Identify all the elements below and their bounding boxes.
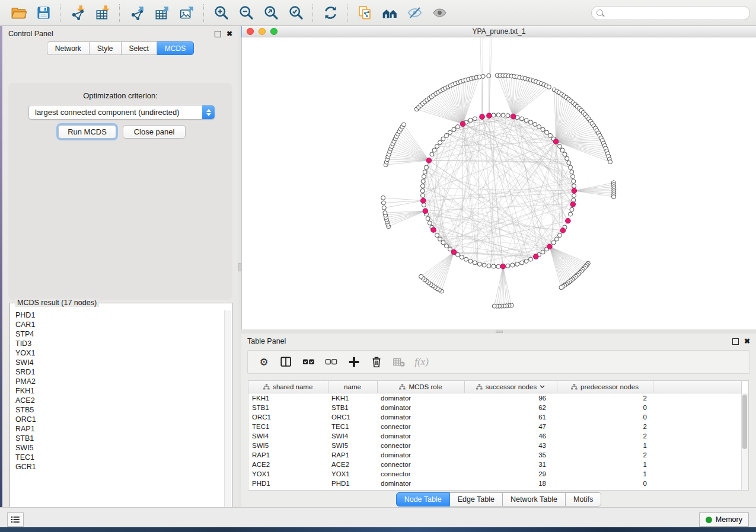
horizontal-splitter[interactable]: [241, 329, 756, 334]
mcds-result-item[interactable]: TID3: [11, 339, 224, 348]
mcds-hub-node[interactable]: [420, 198, 426, 203]
table-row[interactable]: ACE2ACE2connector311: [248, 460, 741, 469]
network-node[interactable]: [445, 244, 449, 248]
network-node[interactable]: [548, 133, 553, 137]
network-node[interactable]: [452, 127, 456, 132]
network-node[interactable]: [426, 217, 430, 221]
table-row[interactable]: ORC1ORC1dominator610: [248, 412, 741, 422]
network-node[interactable]: [545, 130, 549, 134]
zoom-out-button[interactable]: [234, 2, 259, 24]
network-node[interactable]: [428, 221, 432, 225]
column-header-shared-name[interactable]: shared name: [248, 381, 328, 393]
export-image-button[interactable]: [174, 2, 199, 24]
network-node[interactable]: [460, 255, 464, 259]
zoom-selected-button[interactable]: [283, 2, 308, 24]
network-node[interactable]: [524, 259, 528, 263]
first-neighbors-button[interactable]: [377, 2, 402, 24]
mcds-result-item[interactable]: FKH1: [11, 386, 224, 396]
table-row[interactable]: FKH1FKH1dominator962: [248, 393, 741, 403]
network-node[interactable]: [563, 152, 567, 156]
table-row[interactable]: TEC1TEC1connector472: [248, 422, 741, 431]
mcds-hub-node[interactable]: [451, 249, 457, 255]
mcds-result-item[interactable]: SWI4: [11, 358, 224, 367]
column-header-name[interactable]: name: [328, 381, 377, 393]
network-node[interactable]: [468, 118, 473, 123]
network-node[interactable]: [482, 263, 486, 267]
mcds-result-item[interactable]: PMA2: [11, 377, 224, 386]
hide-graphics-details-button[interactable]: [402, 2, 427, 24]
network-node[interactable]: [541, 127, 545, 132]
table-scrollbar[interactable]: [741, 393, 748, 490]
network-node[interactable]: [445, 133, 449, 137]
network-node[interactable]: [565, 156, 569, 161]
network-node[interactable]: [570, 170, 574, 174]
mcds-result-item[interactable]: YOX1: [11, 348, 224, 358]
network-node[interactable]: [570, 207, 574, 211]
network-node[interactable]: [537, 125, 541, 129]
network-node[interactable]: [420, 193, 425, 197]
mcds-hub-node[interactable]: [570, 202, 576, 207]
leaf-node[interactable]: [559, 286, 563, 290]
mcds-hub-node[interactable]: [511, 114, 516, 119]
network-node[interactable]: [421, 180, 425, 184]
mcds-hub-node[interactable]: [487, 113, 492, 118]
show-graphics-details-button[interactable]: [427, 2, 452, 24]
close-panel-button[interactable]: Close panel: [123, 125, 186, 139]
task-manager-button[interactable]: [7, 512, 24, 527]
network-node[interactable]: [557, 233, 562, 238]
column-header-MCDS-role[interactable]: MCDS role: [377, 381, 464, 393]
leaf-node[interactable]: [492, 304, 496, 308]
mcds-hub-node[interactable]: [500, 264, 506, 269]
network-node[interactable]: [422, 175, 426, 179]
network-node[interactable]: [438, 237, 442, 241]
open-session-button[interactable]: [6, 2, 31, 24]
network-node[interactable]: [496, 113, 500, 117]
mcds-hub-node[interactable]: [480, 114, 485, 120]
mcds-result-item[interactable]: ACE2: [11, 396, 224, 405]
minimize-window-icon[interactable]: [259, 28, 266, 35]
close-window-icon[interactable]: [247, 28, 254, 35]
network-node[interactable]: [477, 262, 481, 266]
table-row[interactable]: SWI5SWI5connector431: [248, 441, 741, 450]
table-row[interactable]: SWI4SWI4dominator462: [248, 431, 741, 441]
network-canvas[interactable]: [241, 37, 756, 329]
mcds-result-item[interactable]: SRD1: [11, 367, 224, 377]
mcds-hub-node[interactable]: [560, 228, 566, 233]
column-header-predecessor-nodes[interactable]: predecessor nodes: [557, 381, 653, 393]
leaf-node[interactable]: [547, 85, 551, 89]
network-node[interactable]: [506, 114, 510, 118]
network-node[interactable]: [557, 144, 562, 148]
network-node[interactable]: [520, 261, 524, 265]
leaf-node[interactable]: [481, 74, 485, 78]
close-panel-icon[interactable]: ✖: [227, 30, 232, 37]
network-node[interactable]: [554, 237, 559, 241]
table-row[interactable]: YOX1YOX1connector291: [248, 469, 741, 479]
network-node[interactable]: [511, 263, 515, 267]
search-input[interactable]: [591, 6, 750, 20]
mcds-hub-node[interactable]: [460, 121, 465, 127]
table-row[interactable]: RAP1RAP1dominator352: [248, 450, 741, 460]
network-node[interactable]: [492, 113, 496, 117]
save-session-button[interactable]: [31, 2, 56, 24]
leaf-node[interactable]: [383, 211, 387, 215]
network-node[interactable]: [435, 144, 439, 148]
float-panel-icon[interactable]: [732, 338, 739, 345]
network-node[interactable]: [520, 117, 524, 121]
table-row[interactable]: STB1STB1dominator620: [248, 403, 741, 412]
network-node[interactable]: [572, 180, 576, 184]
tab-motifs[interactable]: Motifs: [566, 492, 601, 507]
network-node[interactable]: [571, 175, 575, 179]
show-columns-button[interactable]: [277, 353, 295, 371]
mcds-hub-node[interactable]: [553, 139, 559, 145]
create-column-button[interactable]: [345, 353, 363, 371]
network-node[interactable]: [441, 241, 445, 245]
memory-button[interactable]: Memory: [699, 512, 749, 527]
mcds-hub-node[interactable]: [431, 227, 436, 233]
apply-layout-button[interactable]: [318, 2, 343, 24]
tab-select[interactable]: Select: [122, 41, 157, 55]
network-node[interactable]: [441, 137, 445, 141]
network-node[interactable]: [448, 130, 452, 134]
network-node[interactable]: [501, 113, 505, 117]
leaf-node[interactable]: [477, 75, 481, 79]
mcds-hub-node[interactable]: [426, 158, 432, 164]
